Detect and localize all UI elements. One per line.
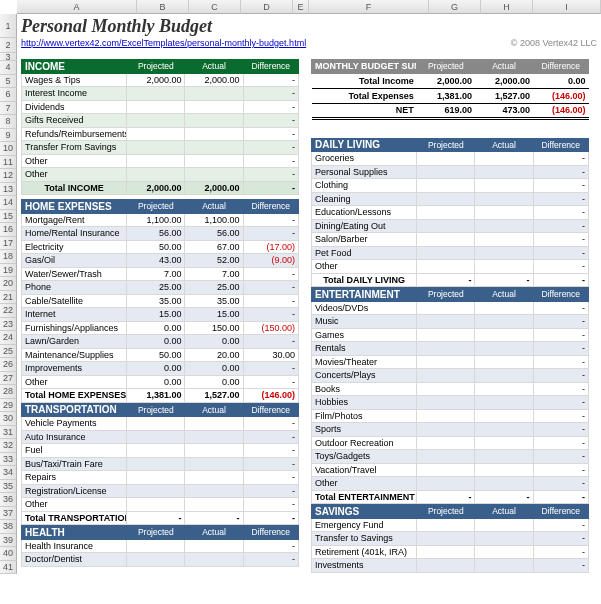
cell-actual[interactable] — [185, 127, 243, 141]
row-header[interactable]: 19 — [0, 264, 17, 278]
cell-difference[interactable]: - — [533, 382, 588, 396]
cell-difference[interactable]: - — [243, 154, 298, 168]
cell-difference[interactable]: - — [243, 281, 298, 295]
cell-actual[interactable]: 1,100.00 — [185, 213, 243, 227]
cell-actual[interactable] — [475, 436, 533, 450]
cell-actual[interactable] — [475, 342, 533, 356]
row-label[interactable]: Wages & Tips — [22, 73, 127, 87]
cell-projected[interactable] — [127, 168, 185, 182]
cell-actual[interactable] — [475, 219, 533, 233]
cell-difference[interactable]: - — [533, 233, 588, 247]
cell-actual[interactable] — [475, 260, 533, 274]
cell-projected[interactable] — [417, 477, 475, 491]
row-header[interactable]: 1 — [0, 14, 17, 38]
cell-difference[interactable]: - — [533, 328, 588, 342]
data-row[interactable]: Wages & Tips 2,000.00 2,000.00 - — [22, 73, 299, 87]
cell-difference[interactable]: (17.00) — [243, 240, 298, 254]
cell-actual[interactable]: 20.00 — [185, 348, 243, 362]
cell-difference[interactable]: - — [243, 471, 298, 485]
cell-projected[interactable]: 2,000.00 — [127, 73, 185, 87]
row-header[interactable]: 26 — [0, 358, 17, 372]
row-label[interactable]: Investments — [312, 559, 417, 573]
cell-actual[interactable]: 35.00 — [185, 294, 243, 308]
data-row[interactable]: Investments - — [312, 559, 589, 573]
row-header[interactable]: 29 — [0, 399, 17, 413]
data-row[interactable]: Vehicle Payments - — [22, 417, 299, 431]
cell-actual[interactable]: 25.00 — [185, 281, 243, 295]
cell-difference[interactable]: - — [533, 559, 588, 573]
row-header[interactable]: 25 — [0, 345, 17, 359]
cell-projected[interactable] — [417, 369, 475, 383]
row-header[interactable]: 14 — [0, 196, 17, 210]
data-row[interactable]: Vacation/Travel - — [312, 463, 589, 477]
row-label[interactable]: Repairs — [22, 471, 127, 485]
row-label[interactable]: Vacation/Travel — [312, 463, 417, 477]
cell-projected[interactable] — [417, 342, 475, 356]
cell-actual[interactable] — [475, 409, 533, 423]
cell-actual[interactable] — [185, 168, 243, 182]
data-row[interactable]: Phone 25.00 25.00 - — [22, 281, 299, 295]
row-header[interactable]: 22 — [0, 304, 17, 318]
cell-difference[interactable]: - — [533, 219, 588, 233]
row-label[interactable]: Pet Food — [312, 246, 417, 260]
cell-actual[interactable]: 67.00 — [185, 240, 243, 254]
data-row[interactable]: Refunds/Reimbursements - — [22, 127, 299, 141]
row-label[interactable]: Gas/Oil — [22, 254, 127, 268]
row-label[interactable]: Dining/Eating Out — [312, 219, 417, 233]
data-row[interactable]: Other - — [22, 498, 299, 512]
cell-difference[interactable]: - — [243, 498, 298, 512]
cell-difference[interactable]: - — [533, 355, 588, 369]
cell-difference[interactable]: - — [243, 114, 298, 128]
row-header[interactable]: 20 — [0, 277, 17, 291]
cell-difference[interactable]: - — [533, 369, 588, 383]
cell-projected[interactable] — [417, 246, 475, 260]
row-label[interactable]: Cable/Satellite — [22, 294, 127, 308]
cell-actual[interactable] — [475, 396, 533, 410]
cell-difference[interactable]: - — [243, 141, 298, 155]
data-row[interactable]: Transfer From Savings - — [22, 141, 299, 155]
row-label[interactable]: Improvements — [22, 362, 127, 376]
cell-difference[interactable]: - — [243, 335, 298, 349]
cell-difference[interactable]: - — [533, 409, 588, 423]
data-row[interactable]: Cleaning - — [312, 192, 589, 206]
row-label[interactable]: Fuel — [22, 444, 127, 458]
cell-projected[interactable] — [127, 87, 185, 101]
cell-actual[interactable] — [475, 532, 533, 546]
cell-projected[interactable] — [127, 457, 185, 471]
cell-projected[interactable]: 56.00 — [127, 227, 185, 241]
data-row[interactable]: Registration/License - — [22, 484, 299, 498]
row-label[interactable]: Videos/DVDs — [312, 301, 417, 315]
column-header[interactable]: C — [189, 0, 241, 14]
data-row[interactable]: Lawn/Garden 0.00 0.00 - — [22, 335, 299, 349]
row-label[interactable]: Music — [312, 315, 417, 329]
row-label[interactable]: Transfer to Savings — [312, 532, 417, 546]
cell-actual[interactable] — [185, 100, 243, 114]
row-header[interactable]: 28 — [0, 385, 17, 399]
cell-projected[interactable] — [417, 219, 475, 233]
cell-actual[interactable] — [185, 484, 243, 498]
cell-actual[interactable]: 0.00 — [185, 375, 243, 389]
cell-actual[interactable] — [475, 315, 533, 329]
row-header[interactable]: 17 — [0, 237, 17, 251]
cell-projected[interactable] — [417, 450, 475, 464]
cell-actual[interactable] — [185, 553, 243, 567]
row-label[interactable]: Home/Rental Insurance — [22, 227, 127, 241]
cell-projected[interactable] — [417, 396, 475, 410]
cell-projected[interactable] — [127, 498, 185, 512]
cell-difference[interactable]: 30.00 — [243, 348, 298, 362]
data-row[interactable]: Groceries - — [312, 152, 589, 166]
cell-projected[interactable] — [127, 100, 185, 114]
cell-projected[interactable] — [127, 484, 185, 498]
row-header[interactable]: 7 — [0, 102, 17, 116]
cell-difference[interactable]: - — [243, 553, 298, 567]
cell-projected[interactable] — [417, 545, 475, 559]
data-row[interactable]: Toys/Gadgets - — [312, 450, 589, 464]
cell-projected[interactable] — [417, 179, 475, 193]
column-header[interactable]: G — [429, 0, 481, 14]
row-label[interactable]: Outdoor Recreation — [312, 436, 417, 450]
data-row[interactable]: Concerts/Plays - — [312, 369, 589, 383]
cell-actual[interactable]: 2,000.00 — [185, 73, 243, 87]
cell-actual[interactable] — [475, 382, 533, 396]
cell-actual[interactable]: 15.00 — [185, 308, 243, 322]
cell-difference[interactable]: - — [533, 423, 588, 437]
